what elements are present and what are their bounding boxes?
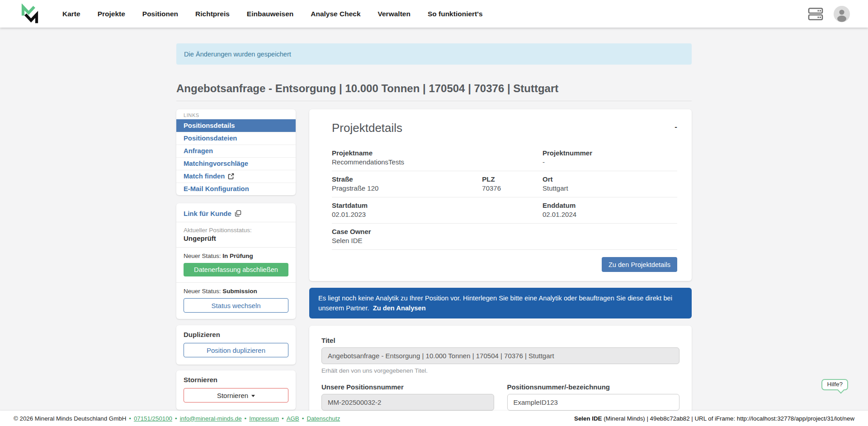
cancel-card-title: Stornieren xyxy=(184,376,288,384)
cancel-dropdown-button[interactable]: Stornieren xyxy=(184,388,288,403)
footer-separator: • xyxy=(129,415,131,422)
sidebar-item-anfragen[interactable]: Anfragen xyxy=(176,145,296,157)
go-to-project-details-button[interactable]: Zu den Projektdetails xyxy=(602,257,677,272)
nav-item-so-funktionierts[interactable]: So funktioniert's xyxy=(428,10,483,18)
customer-link-label: Link für Kunde xyxy=(184,210,231,217)
field-case-owner: Case Owner Selen IDE xyxy=(332,228,482,244)
analytics-banner: Es liegt noch keine Analytik zu Ihrer Po… xyxy=(309,288,692,318)
footer-separator: • xyxy=(282,415,284,422)
collapse-icon[interactable]: - xyxy=(675,123,677,131)
top-navbar: Karte Projekte Positionen Richtpreis Ein… xyxy=(0,0,868,28)
case-owner-value: Selen IDE xyxy=(332,237,482,244)
external-link-icon xyxy=(228,173,234,179)
project-details-card: Projektdetails - Projektname Recommendat… xyxy=(309,109,692,281)
project-row-name-number: Projektname RecommendationsTests Projekt… xyxy=(332,145,677,171)
footer-impressum-link[interactable]: Impressum xyxy=(249,415,279,422)
custom-number-input[interactable] xyxy=(507,394,680,411)
footer-session-info: Selen IDE (Mineral Minds) | 49eb8c72ab82… xyxy=(574,415,854,422)
project-row-address: Straße Pragstraße 120 PLZ 70376 Ort Stut… xyxy=(332,171,677,197)
duplicate-card-title: Duplizieren xyxy=(184,331,288,338)
copy-icon xyxy=(235,210,241,217)
duplicate-card: Duplizieren Position duplizieren xyxy=(176,325,296,365)
projektnummer-label: Projektnummer xyxy=(542,149,677,157)
footer-separator: • xyxy=(302,415,304,422)
footer-left: © 2026 Mineral Minds Deutschland GmbH • … xyxy=(14,415,340,422)
links-card: LINKS Positionsdetails Positionsdateien … xyxy=(176,109,296,195)
titel-help: Erhält den von uns vorgegebenen Titel. xyxy=(321,367,679,374)
nav-item-positionen[interactable]: Positionen xyxy=(142,10,178,18)
project-row-dates: Startdatum 02.01.2023 Enddatum 02.01.202… xyxy=(332,197,677,224)
footer-session-rest: (Mineral Minds) | 49eb8c72ab82 | URL of … xyxy=(602,415,854,422)
user-avatar[interactable] xyxy=(834,6,850,22)
finish-data-entry-button[interactable]: Datenerfassung abschließen xyxy=(184,263,288,276)
project-row-owner: Case Owner Selen IDE xyxy=(332,224,677,250)
nav-item-verwalten[interactable]: Verwalten xyxy=(378,10,410,18)
sidebar-item-positionsdetails[interactable]: Positionsdetails xyxy=(176,119,296,132)
sidebar-item-positionsdateien[interactable]: Positionsdateien xyxy=(176,132,296,145)
field-projektname: Projektname RecommendationsTests xyxy=(332,149,482,166)
enddatum-label: Enddatum xyxy=(542,201,677,209)
sidebar-item-label: Match finden xyxy=(184,173,225,180)
duplicate-position-button[interactable]: Position duplizieren xyxy=(184,343,288,357)
strasse-label: Straße xyxy=(332,175,482,183)
footer-copyright: © 2026 Mineral Minds Deutschland GmbH xyxy=(14,415,126,422)
plz-value: 70376 xyxy=(482,184,542,192)
help-button[interactable]: Hilfe? xyxy=(821,379,848,390)
custom-number-label: Positionsnummer/-bezeichnung xyxy=(507,383,680,391)
analytics-banner-message: Es liegt noch keine Analytik zu Ihrer Po… xyxy=(318,295,672,312)
projektname-label: Projektname xyxy=(332,149,482,157)
titel-label: Titel xyxy=(321,337,679,344)
ort-label: Ort xyxy=(542,175,677,183)
field-ort: Ort Stuttgart xyxy=(542,175,677,192)
new-status-review-value: In Prüfung xyxy=(222,253,253,259)
footer-session-user: Selen IDE xyxy=(574,415,602,422)
field-projektnummer: Projektnummer - xyxy=(542,149,677,166)
new-status-submission-value: Submission xyxy=(222,288,257,295)
page-title: Angebotsanfrage - Entsorgung | 10.000 To… xyxy=(176,82,692,101)
footer-datenschutz-link[interactable]: Datenschutz xyxy=(307,415,340,422)
project-details-footer: Zu den Projektdetails xyxy=(332,250,677,272)
plz-label: PLZ xyxy=(482,175,542,183)
our-number-input xyxy=(321,394,494,411)
nav-item-richtpreis[interactable]: Richtpreis xyxy=(195,10,230,18)
cancel-button-label: Stornieren xyxy=(217,392,248,399)
field-enddatum: Enddatum 02.01.2024 xyxy=(542,201,677,218)
sidebar-item-label: Anfragen xyxy=(184,147,213,154)
left-sidebar: LINKS Positionsdetails Positionsdateien … xyxy=(176,109,296,416)
projektnummer-value: - xyxy=(542,158,677,166)
project-details-title: Projektdetails xyxy=(332,121,402,135)
footer-email-link[interactable]: info@mineral-minds.de xyxy=(180,415,242,422)
sidebar-item-label: Positionsdetails xyxy=(184,122,235,129)
sidebar-item-label: Positionsdateien xyxy=(184,135,237,142)
sidebar-item-matchingvorschlaege[interactable]: Matchingvorschläge xyxy=(176,157,296,170)
project-details-header: Projektdetails - xyxy=(332,121,677,135)
sidebar-item-match-finden[interactable]: Match finden xyxy=(176,170,296,183)
field-startdatum: Startdatum 02.01.2023 xyxy=(332,201,482,218)
mineral-minds-logo-icon[interactable] xyxy=(18,4,42,24)
new-status-prefix: Neuer Status: xyxy=(184,253,221,259)
nav-item-einbauweisen[interactable]: Einbauweisen xyxy=(247,10,293,18)
main-content: Projektdetails - Projektname Recommendat… xyxy=(309,109,692,426)
our-number-label: Unsere Positionsnummer xyxy=(321,383,494,391)
change-status-button[interactable]: Status wechseln xyxy=(184,298,288,313)
chevron-down-icon xyxy=(251,395,255,397)
main-nav: Karte Projekte Positionen Richtpreis Ein… xyxy=(62,10,483,18)
server-status-icon[interactable] xyxy=(807,7,824,21)
new-status-submission-line: Neuer Status: Submission xyxy=(184,283,288,298)
page-container: Die Änderungen wurden gespeichert Angebo… xyxy=(176,28,692,426)
footer-agb-link[interactable]: AGB xyxy=(287,415,299,422)
enddatum-value: 02.01.2024 xyxy=(542,211,677,218)
footer-phone-link[interactable]: 07151/250100 xyxy=(134,415,172,422)
sidebar-item-email-konfiguration[interactable]: E-Mail Konfiguration xyxy=(176,183,296,195)
content-columns: LINKS Positionsdetails Positionsdateien … xyxy=(176,109,692,426)
footer-separator: • xyxy=(175,415,177,422)
footer: © 2026 Mineral Minds Deutschland GmbH • … xyxy=(0,411,868,426)
nav-item-karte[interactable]: Karte xyxy=(62,10,80,18)
customer-link[interactable]: Link für Kunde xyxy=(184,208,288,222)
nav-item-projekte[interactable]: Projekte xyxy=(98,10,125,18)
analytics-banner-link[interactable]: Zu den Analysen xyxy=(373,304,426,312)
nav-item-analyse-check[interactable]: Analyse Check xyxy=(311,10,360,18)
titel-input xyxy=(321,347,679,364)
footer-separator: • xyxy=(245,415,247,422)
case-owner-label: Case Owner xyxy=(332,228,482,235)
